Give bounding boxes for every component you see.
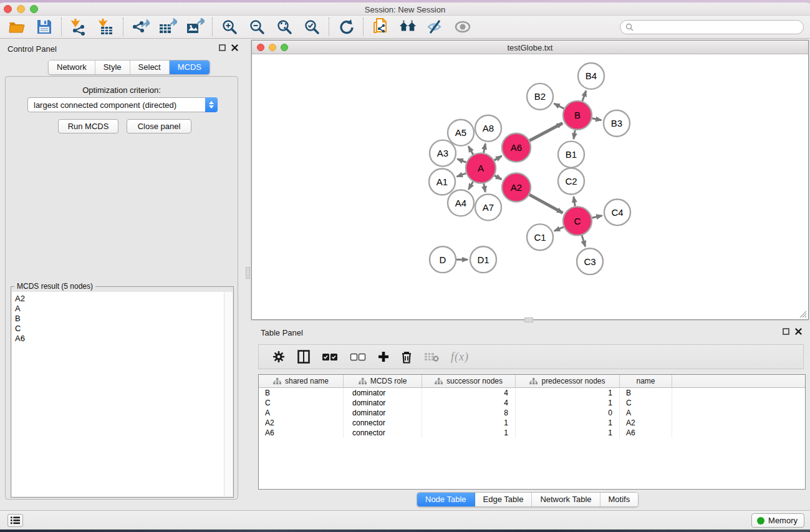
table-row[interactable]: C dominator 4 1 C (259, 398, 805, 408)
hide-graphics-icon[interactable] (426, 17, 445, 36)
network-graph[interactable]: B4B2BB3A5A8A3A6B1AA1A2C2A4A7CC4C1C3DD1 (252, 54, 808, 319)
graph-edge-A-A2[interactable] (494, 175, 501, 179)
window-title: Session: New Session (0, 5, 810, 14)
tab-style[interactable]: Style (95, 60, 130, 74)
tab-select[interactable]: Select (130, 60, 170, 74)
tab-motifs[interactable]: Motifs (600, 493, 639, 506)
zoom-selected-icon[interactable] (302, 17, 321, 36)
tab-network[interactable]: Network (49, 60, 95, 74)
zoom-out-icon[interactable] (248, 17, 266, 36)
mcds-result-box: MCDS result (5 nodes) A2 A B C A6 (11, 286, 234, 498)
desktop-background-bottom (0, 530, 810, 532)
horizontal-splitter-handle[interactable] (524, 317, 533, 322)
graph-edge-C-C1[interactable] (554, 227, 564, 231)
graph-edge-B-B1[interactable] (574, 130, 575, 139)
window-resize-grip-icon[interactable] (798, 309, 807, 318)
graph-edge-A-A5[interactable] (468, 146, 473, 154)
close-panel-button[interactable]: Close panel (127, 119, 191, 133)
mcds-result-item[interactable]: A (15, 304, 224, 314)
memory-button[interactable]: Memory (751, 513, 804, 528)
close-panel-icon[interactable] (231, 44, 238, 51)
mcds-result-scrollbar[interactable] (224, 292, 233, 496)
control-panel: Control Panel Network Style Select MCDS … (0, 39, 243, 510)
save-session-icon[interactable] (35, 17, 54, 36)
optimization-criterion-label: Optimization criterion: (6, 85, 238, 95)
table-row[interactable]: B dominator 4 1 B (259, 388, 805, 398)
memory-label: Memory (768, 516, 798, 525)
graph-edge-A2-C[interactable] (529, 195, 562, 213)
export-table-icon[interactable] (158, 17, 177, 36)
criterion-dropdown[interactable]: largest connected component (directed) (27, 97, 218, 112)
mcds-result-list[interactable]: A2 A B C A6 (12, 292, 224, 496)
tab-network-table[interactable]: Network Table (532, 493, 600, 506)
graph-edge-C-C4[interactable] (592, 216, 602, 218)
mcds-result-item[interactable]: B (15, 314, 224, 324)
graph-edge-A-A1[interactable] (457, 173, 466, 177)
import-network-icon[interactable] (69, 17, 88, 36)
delete-table-icon[interactable] (424, 352, 439, 362)
column-header-predecessor-nodes[interactable]: predecessor nodes (516, 375, 620, 387)
graph-edge-A-A6[interactable] (494, 156, 502, 160)
tab-mcds[interactable]: MCDS (170, 60, 210, 74)
mcds-result-title: MCDS result (5 nodes) (14, 282, 95, 291)
dropdown-stepper-icon (205, 97, 218, 112)
graph-node-label-C3: C3 (584, 256, 595, 267)
export-image-icon[interactable] (186, 17, 205, 36)
search-input[interactable] (637, 23, 803, 32)
column-header-mcds-role[interactable]: MCDS role (344, 375, 422, 387)
graph-edge-A-A7[interactable] (484, 183, 486, 192)
graph-edge-B-B2[interactable] (554, 104, 564, 109)
graph-edge-C-C3[interactable] (582, 235, 586, 246)
tab-edge-table[interactable]: Edge Table (475, 493, 533, 506)
mcds-result-item[interactable]: C (15, 324, 224, 334)
column-header-shared-name[interactable]: shared name (259, 375, 344, 387)
graph-edge-A6-B[interactable] (529, 123, 562, 140)
graph-edge-A-A4[interactable] (468, 181, 473, 190)
graph-edge-A-A3[interactable] (457, 159, 466, 163)
graph-node-label-A2: A2 (511, 182, 522, 193)
show-task-history-button[interactable] (7, 514, 23, 527)
float-panel-icon[interactable] (219, 44, 226, 51)
new-network-from-selection-icon[interactable] (371, 17, 390, 36)
table-row[interactable]: A6 connector 1 1 A6 (259, 428, 805, 438)
mcds-result-item[interactable]: A2 (15, 294, 224, 304)
network-window-titlebar[interactable]: testGlobe.txt (252, 41, 808, 54)
zoom-fit-icon[interactable] (275, 17, 294, 36)
show-columns-icon[interactable] (297, 350, 310, 364)
function-builder-icon[interactable]: f(x) (451, 351, 469, 364)
vertical-splitter-handle[interactable] (246, 267, 250, 279)
tab-node-table[interactable]: Node Table (417, 493, 475, 506)
apply-layout-icon[interactable] (337, 17, 355, 36)
open-session-icon[interactable] (7, 17, 26, 36)
app-window: Session: New Session (0, 0, 810, 532)
first-neighbors-icon[interactable] (398, 17, 417, 36)
app-titlebar[interactable]: Session: New Session (0, 2, 810, 16)
run-mcds-button[interactable]: Run MCDS (58, 119, 118, 133)
column-header-successor-nodes[interactable]: successor nodes (422, 375, 516, 387)
table-toolbar: f(x) (258, 344, 804, 369)
close-table-panel-icon[interactable] (795, 328, 802, 335)
network-canvas[interactable]: B4B2BB3A5A8A3A6B1AA1A2C2A4A7CC4C1C3DD1 (252, 54, 808, 319)
delete-columns-icon[interactable] (401, 351, 412, 364)
graph-node-label-A: A (478, 163, 484, 173)
table-row[interactable]: A2 connector 1 1 A2 (259, 418, 805, 428)
graph-edge-B-B4[interactable] (582, 90, 586, 101)
graph-edge-B-B3[interactable] (592, 118, 602, 120)
graph-edge-A-A8[interactable] (484, 143, 486, 153)
column-header-name[interactable]: name (620, 375, 672, 387)
import-table-icon[interactable] (97, 17, 115, 36)
graph-node-label-A1: A1 (436, 177, 448, 187)
table-panel: Table Panel (251, 321, 810, 510)
mcds-result-item[interactable]: A6 (15, 334, 224, 344)
float-table-panel-icon[interactable] (783, 328, 789, 335)
column-settings-gear-icon[interactable] (272, 350, 286, 364)
zoom-in-icon[interactable] (220, 17, 239, 36)
table-row[interactable]: A dominator 8 0 A (259, 408, 805, 418)
graph-edge-C-C2[interactable] (574, 196, 575, 206)
select-all-columns-icon[interactable] (322, 353, 338, 361)
show-graphics-icon[interactable] (453, 17, 472, 36)
create-column-icon[interactable] (378, 351, 389, 362)
search-field[interactable] (620, 20, 804, 34)
export-network-icon[interactable] (131, 17, 150, 36)
unselect-all-columns-icon[interactable] (350, 353, 366, 361)
